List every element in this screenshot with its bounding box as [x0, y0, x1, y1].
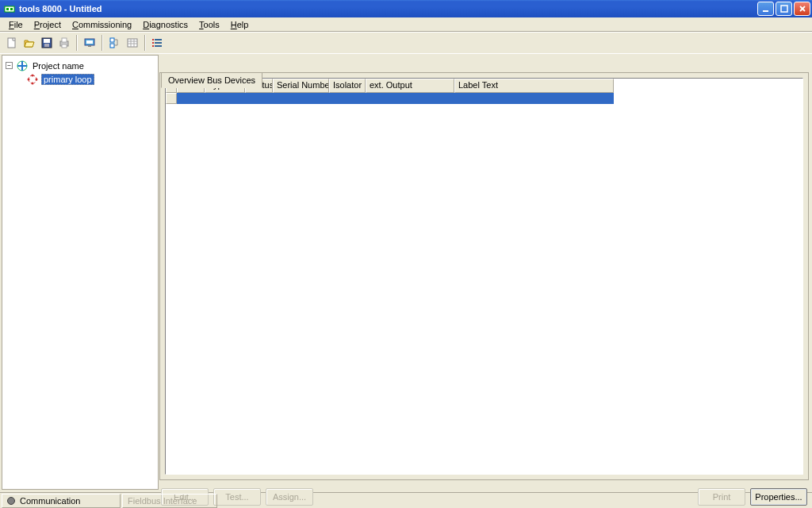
toolbar-separator: [144, 35, 146, 51]
list-icon[interactable]: [150, 35, 166, 51]
properties-button[interactable]: Properties...: [750, 488, 807, 506]
menubar: File Project Commissioning Diagnostics T…: [0, 17, 812, 32]
spacer: [318, 488, 693, 506]
svg-point-34: [32, 82, 34, 84]
print-button[interactable]: Print: [698, 488, 745, 506]
cell-label-text: [454, 93, 614, 104]
svg-rect-8: [44, 44, 49, 47]
cell-serial: [273, 93, 329, 104]
test-button[interactable]: Test...: [213, 488, 261, 506]
col-ext-output[interactable]: ext. Output: [366, 79, 454, 93]
svg-rect-13: [86, 40, 93, 44]
svg-point-35: [28, 78, 30, 80]
tree-collapse-icon[interactable]: −: [6, 62, 13, 69]
svg-rect-27: [152, 45, 154, 47]
new-file-icon[interactable]: [4, 35, 20, 51]
status-communication: Communication: [2, 494, 121, 508]
row-handle[interactable]: [166, 93, 177, 104]
main-area: − Project name primary loop Overview Bus…: [0, 54, 812, 492]
tab-content: SA Type Status Serial Number Isolator ex…: [159, 72, 809, 480]
cell-sa: [177, 93, 205, 104]
content-panel: Overview Bus Devices SA Type Status Seri…: [159, 54, 812, 492]
svg-point-32: [32, 74, 34, 76]
tree-panel: − Project name primary loop: [2, 55, 159, 490]
tree-root-row[interactable]: − Project name: [6, 59, 155, 72]
loop-icon: [26, 73, 39, 86]
svg-rect-4: [781, 6, 787, 12]
svg-rect-16: [110, 44, 114, 48]
minimize-button[interactable]: [757, 2, 774, 16]
toolbar: [0, 32, 812, 54]
svg-rect-5: [8, 38, 15, 48]
col-serial[interactable]: Serial Number: [273, 79, 329, 93]
svg-rect-25: [152, 39, 154, 40]
device-icon[interactable]: [82, 35, 98, 51]
status-fieldbus: Fieldbus Interface: [122, 494, 217, 508]
tab-area: Overview Bus Devices SA Type Status Seri…: [159, 72, 809, 480]
menu-tools[interactable]: Tools: [193, 18, 225, 31]
menu-diagnostics[interactable]: Diagnostics: [137, 18, 193, 31]
tree-child-row[interactable]: primary loop: [6, 72, 155, 86]
print-icon[interactable]: [56, 35, 72, 51]
svg-rect-22: [155, 39, 162, 40]
project-tree[interactable]: − Project name primary loop: [2, 56, 158, 89]
svg-rect-15: [110, 38, 114, 42]
tab-overview[interactable]: Overview Bus Devices: [161, 72, 262, 88]
svg-rect-3: [763, 10, 768, 12]
menu-commissioning[interactable]: Commissioning: [67, 18, 137, 31]
save-icon[interactable]: [39, 35, 55, 51]
svg-rect-2: [10, 8, 13, 10]
cell-isolator: [329, 93, 366, 104]
svg-point-33: [36, 78, 38, 80]
cell-status: [245, 93, 273, 104]
status-fb-label: Fieldbus Interface: [128, 496, 197, 506]
button-row: Edit... Test... Assign... Print Properti…: [159, 480, 809, 507]
app-icon: [3, 2, 16, 15]
close-button[interactable]: [794, 2, 810, 16]
tree-root-label: Project name: [31, 61, 86, 71]
device-grid[interactable]: SA Type Status Serial Number Isolator ex…: [165, 78, 803, 475]
svg-rect-30: [17, 65, 27, 67]
menu-file[interactable]: File: [3, 18, 29, 31]
titlebar: tools 8000 - Untitled: [0, 0, 812, 17]
toolbar-separator: [76, 35, 78, 51]
svg-rect-7: [44, 39, 50, 43]
window-buttons: [757, 2, 810, 16]
comm-status-dot-icon: [7, 497, 15, 505]
tree-child-label: primary loop: [41, 74, 94, 85]
col-isolator[interactable]: Isolator: [329, 79, 366, 93]
svg-rect-10: [62, 38, 67, 42]
grid-row-selected[interactable]: [166, 93, 802, 104]
svg-rect-0: [5, 6, 14, 12]
tab-label: Overview Bus Devices: [168, 75, 255, 85]
tree-expand-icon[interactable]: [107, 35, 123, 51]
cell-type: [205, 93, 245, 104]
status-comm-label: Communication: [20, 496, 80, 506]
svg-rect-24: [155, 45, 162, 47]
grid-icon[interactable]: [124, 35, 140, 51]
project-icon: [16, 60, 29, 72]
svg-rect-11: [62, 44, 67, 48]
assign-button[interactable]: Assign...: [266, 488, 313, 506]
svg-rect-1: [6, 8, 9, 10]
cell-ext-output: [366, 93, 454, 104]
menu-help[interactable]: Help: [225, 18, 255, 31]
svg-rect-14: [88, 45, 91, 47]
col-label-text[interactable]: Label Text: [454, 79, 614, 93]
menu-project[interactable]: Project: [29, 18, 67, 31]
svg-rect-23: [155, 42, 162, 44]
svg-rect-26: [152, 42, 154, 44]
grid-body: [166, 104, 802, 474]
window-title: tools 8000 - Untitled: [19, 4, 757, 13]
maximize-button[interactable]: [776, 2, 792, 16]
open-file-icon[interactable]: [21, 35, 37, 51]
toolbar-separator: [102, 35, 103, 51]
svg-rect-17: [128, 39, 137, 47]
